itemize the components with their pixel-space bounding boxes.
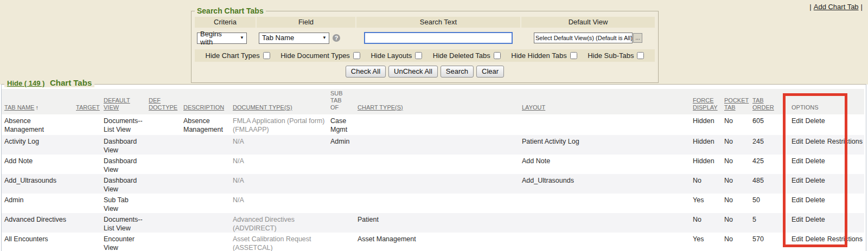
hide-deleted-tabs-checkbox[interactable] xyxy=(494,52,501,59)
search-text-input[interactable] xyxy=(364,32,513,44)
cell-tab-name: Absence Management xyxy=(2,114,73,135)
default-view-sort-link[interactable]: DEFAULT VIEW xyxy=(104,97,130,111)
cell-def-doctype xyxy=(146,213,181,233)
cell-chart-types: Asset Management xyxy=(355,233,519,251)
cell-sub-tab-of xyxy=(328,213,355,233)
cell-force-display: No xyxy=(690,174,722,194)
check-all-button[interactable]: Check All xyxy=(346,66,386,78)
cell-default-view: Dashboard View xyxy=(101,155,146,174)
filter-hide-sub-tabs: Hide Sub-Tabs xyxy=(588,52,644,60)
sort-ascending-icon: ↑ xyxy=(35,104,39,111)
edit-link[interactable]: Edit xyxy=(792,216,803,223)
table-row: Absence Management Documents--List View … xyxy=(2,114,864,135)
column-header-force-display: FORCE DISPLAY xyxy=(690,89,722,114)
delete-link[interactable]: Delete xyxy=(806,157,825,165)
search-panel-legend: Search Chart Tabs xyxy=(195,7,266,15)
cell-options: EditDelete xyxy=(781,114,864,135)
table-row: Add_Ultrasounds Dashboard View N/A Add_U… xyxy=(2,174,864,194)
uncheck-all-button[interactable]: UnCheck All xyxy=(388,66,438,78)
description-sort-link[interactable]: DESCRIPTION xyxy=(183,104,224,111)
hide-count-link[interactable]: Hide ( 149 ) xyxy=(7,79,44,87)
filter-label: Hide Deleted Tabs xyxy=(433,52,490,60)
search-button[interactable]: Search xyxy=(441,66,474,78)
filter-hide-document-types: Hide Document Types xyxy=(280,52,360,60)
cell-layout xyxy=(519,213,690,233)
field-column-label: Field xyxy=(257,17,355,28)
cell-layout: Add Note xyxy=(519,155,690,174)
add-chart-tab-link[interactable]: Add Chart Tab xyxy=(814,3,859,11)
cell-def-doctype xyxy=(146,194,181,213)
cell-force-display: No xyxy=(690,213,722,233)
clear-button[interactable]: Clear xyxy=(476,66,504,78)
hide-layouts-checkbox[interactable] xyxy=(415,52,422,59)
hide-hidden-tabs-checkbox[interactable] xyxy=(570,52,577,59)
cell-options: EditDeleteRestrictions xyxy=(781,233,864,251)
tab-order-sort-link[interactable]: TAB ORDER xyxy=(752,97,774,111)
cell-chart-types xyxy=(355,174,519,194)
cell-sub-tab-of xyxy=(328,155,355,174)
tab-name-sort-link[interactable]: TAB NAME xyxy=(4,104,34,111)
pocket-tab-sort-link[interactable]: POCKET TAB xyxy=(724,97,749,111)
cell-tab-order: 425 xyxy=(750,155,781,174)
delete-link[interactable]: Delete xyxy=(806,177,825,184)
cell-options: EditDelete xyxy=(781,174,864,194)
cell-document-types: N/A xyxy=(230,135,328,155)
document-types-sort-link[interactable]: DOCUMENT TYPE(S) xyxy=(233,104,292,111)
restrictions-link[interactable]: Restrictions xyxy=(827,138,863,145)
def-doctype-sort-link[interactable]: DEF DOCTYPE xyxy=(149,97,177,111)
hide-chart-types-checkbox[interactable] xyxy=(263,52,270,59)
delete-link[interactable]: Delete xyxy=(806,138,825,145)
cell-layout xyxy=(519,114,690,135)
chart-tabs-title: Chart Tabs xyxy=(50,78,92,87)
cell-options: EditDelete xyxy=(781,213,864,233)
help-icon[interactable]: ? xyxy=(333,34,340,42)
cell-chart-types xyxy=(355,114,519,135)
cell-pocket-tab: No xyxy=(722,174,750,194)
edit-link[interactable]: Edit xyxy=(792,177,803,184)
force-display-sort-link[interactable]: FORCE DISPLAY xyxy=(693,97,718,111)
column-header-tab-name: TAB NAME↑ xyxy=(2,89,73,114)
hide-sub-tabs-checkbox[interactable] xyxy=(637,52,644,59)
edit-link[interactable]: Edit xyxy=(792,196,803,204)
column-header-options: OPTIONS xyxy=(781,89,864,114)
chevron-down-icon: ▼ xyxy=(240,35,244,40)
default-view-input[interactable]: Select Default View(s) (Default is All) xyxy=(534,33,633,43)
delete-link[interactable]: Delete xyxy=(806,216,825,223)
cell-default-view: Dashboard View xyxy=(101,135,146,155)
cell-tab-order: 50 xyxy=(750,194,781,213)
edit-link[interactable]: Edit xyxy=(792,138,803,145)
target-sort-link[interactable]: TARGET xyxy=(76,104,100,111)
cell-target xyxy=(73,114,101,135)
chart-tabs-frame-right xyxy=(866,84,866,251)
table-row: Add Note Dashboard View N/A Add Note Hid… xyxy=(2,155,864,174)
column-header-description: DESCRIPTION xyxy=(181,89,230,114)
chart-types-sort-link[interactable]: CHART TYPE(S) xyxy=(358,104,403,111)
separator: | xyxy=(861,3,863,11)
cell-tab-name: Activity Log xyxy=(2,135,73,155)
edit-link[interactable]: Edit xyxy=(792,157,803,165)
search-chart-tabs-panel: Search Chart Tabs Criteria Field Search … xyxy=(191,7,659,83)
default-view-browse-button[interactable]: ... xyxy=(633,33,642,43)
edit-link[interactable]: Edit xyxy=(792,235,803,243)
cell-pocket-tab: No xyxy=(722,114,750,135)
hide-document-types-checkbox[interactable] xyxy=(353,52,360,59)
layout-sort-link[interactable]: LAYOUT xyxy=(522,104,545,111)
delete-link[interactable]: Delete xyxy=(806,235,825,243)
cell-description xyxy=(181,213,230,233)
criteria-select[interactable]: Begins with ▼ xyxy=(197,33,247,44)
edit-link[interactable]: Edit xyxy=(792,117,803,125)
delete-link[interactable]: Delete xyxy=(806,117,825,125)
separator: | xyxy=(809,3,811,11)
cell-target xyxy=(73,194,101,213)
filter-hide-deleted-tabs: Hide Deleted Tabs xyxy=(433,52,501,60)
table-row: Advanced Directives Documents--List View… xyxy=(2,213,864,233)
table-header-row: TAB NAME↑ TARGET DEFAULT VIEW DEF DOCTYP… xyxy=(2,89,864,114)
filter-label: Hide Chart Types xyxy=(206,52,260,60)
column-header-pocket-tab: POCKET TAB xyxy=(722,89,750,114)
cell-target xyxy=(73,233,101,251)
restrictions-link[interactable]: Restrictions xyxy=(827,235,863,243)
field-select[interactable]: Tab Name ▼ xyxy=(259,33,329,44)
cell-target xyxy=(73,135,101,155)
delete-link[interactable]: Delete xyxy=(806,196,825,204)
cell-options: EditDeleteRestrictions xyxy=(781,135,864,155)
